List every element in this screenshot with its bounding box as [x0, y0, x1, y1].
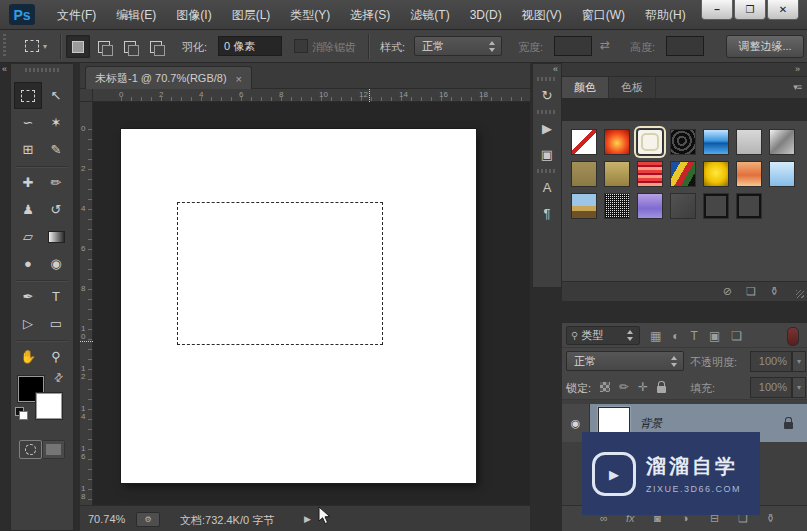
tab-swatches[interactable]: 色板: [609, 77, 656, 98]
new-style-icon[interactable]: ❏: [746, 286, 756, 297]
fill-dropdown-icon[interactable]: ▾: [792, 377, 806, 398]
style-landscape[interactable]: [571, 193, 597, 219]
style-noise[interactable]: [604, 193, 630, 219]
menu-item[interactable]: 图像(I): [166, 0, 221, 30]
shape-tool[interactable]: ▭: [42, 310, 70, 337]
swap-width-height-icon[interactable]: ⇄: [600, 38, 610, 52]
style-none[interactable]: [571, 129, 597, 155]
lasso-tool[interactable]: ∽: [14, 109, 42, 136]
clone-stamp-tool[interactable]: ♟: [14, 196, 42, 223]
lock-all-icon[interactable]: [657, 386, 666, 393]
document-canvas[interactable]: [121, 129, 476, 483]
horizontal-ruler[interactable]: 024681012141618: [93, 89, 530, 102]
filter-adjustment-layers-icon[interactable]: ◐: [672, 330, 679, 342]
style-gray-flat[interactable]: [736, 129, 762, 155]
style-yellow-glossy[interactable]: [703, 161, 729, 187]
history-panel-button[interactable]: ↻: [535, 83, 559, 107]
refine-edge-button[interactable]: 调整边缘...: [726, 35, 804, 58]
width-input[interactable]: [554, 36, 592, 56]
status-expand-icon[interactable]: ▶: [304, 514, 311, 524]
style-tan-gradient[interactable]: [604, 161, 630, 187]
new-selection-button[interactable]: [66, 35, 90, 58]
zoom-level-field[interactable]: 70.74%: [88, 513, 125, 525]
lock-transparency-icon[interactable]: [600, 382, 610, 392]
collapse-dock-icon[interactable]: «: [553, 64, 558, 74]
brush-tool[interactable]: ✏: [42, 169, 70, 196]
collapse-tools-icon[interactable]: «: [2, 64, 7, 74]
tab-color[interactable]: 颜色: [562, 77, 609, 98]
intersect-selection-button[interactable]: [144, 35, 168, 58]
quick-mask-button[interactable]: [19, 440, 42, 459]
type-tool[interactable]: T: [42, 283, 70, 310]
filter-shape-layers-icon[interactable]: ▣: [709, 330, 720, 342]
style-stroke-only-2[interactable]: [736, 193, 762, 219]
character-panel-button[interactable]: A: [535, 175, 559, 199]
delete-layer-icon[interactable]: ⚱: [766, 513, 775, 524]
style-dark-emboss[interactable]: [670, 193, 696, 219]
blend-mode-dropdown[interactable]: 正常: [566, 351, 684, 371]
panel-grip[interactable]: [25, 68, 59, 72]
style-blue-glossy[interactable]: [703, 129, 729, 155]
clear-style-icon[interactable]: ⊘: [723, 286, 732, 297]
spot-healing-brush-tool[interactable]: ✚: [14, 169, 42, 196]
style-multicolor[interactable]: [670, 161, 696, 187]
magic-wand-tool[interactable]: ✶: [42, 109, 70, 136]
eyedropper-tool[interactable]: ✎: [42, 136, 70, 163]
eraser-tool[interactable]: ▱: [14, 223, 42, 250]
filter-kind-dropdown[interactable]: ⚲ 类型: [566, 326, 640, 345]
minimize-button[interactable]: –: [701, 0, 733, 20]
style-white-rounded[interactable]: [637, 129, 663, 155]
menu-item[interactable]: 帮助(H): [635, 0, 696, 30]
menu-item[interactable]: 视图(V): [512, 0, 572, 30]
dodge-tool[interactable]: ◉: [42, 250, 70, 277]
eye-icon[interactable]: ◉: [571, 417, 581, 430]
subtract-from-selection-button[interactable]: [118, 35, 142, 58]
options-bar-grip[interactable]: [3, 34, 6, 58]
menu-item[interactable]: 类型(Y): [280, 0, 340, 30]
style-dropdown[interactable]: 正常: [414, 36, 502, 56]
antialias-checkbox[interactable]: [294, 39, 308, 53]
swap-colors-icon[interactable]: ⇄: [51, 370, 67, 386]
menu-item[interactable]: 图层(L): [222, 0, 281, 30]
tool-preset-picker[interactable]: ▾: [18, 34, 54, 58]
3d-panel-button[interactable]: ▣: [535, 142, 559, 166]
filter-type-layers-icon[interactable]: T: [691, 330, 698, 342]
filter-smart-objects-icon[interactable]: ❏: [731, 330, 742, 342]
menu-item[interactable]: 滤镜(T): [400, 0, 459, 30]
menu-item[interactable]: 窗口(W): [572, 0, 635, 30]
rectangular-marquee-tool[interactable]: [14, 82, 42, 109]
status-options-icon[interactable]: ⚙: [136, 512, 160, 527]
feather-input[interactable]: 0 像素: [218, 36, 282, 56]
vertical-ruler[interactable]: 024681012141618: [80, 102, 93, 505]
style-gray-sheen[interactable]: [769, 129, 795, 155]
history-brush-tool[interactable]: ↺: [42, 196, 70, 223]
style-black-rings[interactable]: [670, 129, 696, 155]
default-colors-icon[interactable]: [15, 407, 27, 419]
style-purple[interactable]: [637, 193, 663, 219]
style-orange-gradient[interactable]: [736, 161, 762, 187]
blur-tool[interactable]: ●: [14, 250, 42, 277]
filtering-toggle[interactable]: [787, 327, 799, 346]
tab-close-icon[interactable]: ×: [236, 73, 242, 85]
crop-tool[interactable]: ⊞: [14, 136, 42, 163]
style-olive-flat[interactable]: [571, 161, 597, 187]
add-to-selection-button[interactable]: [92, 35, 116, 58]
expand-panels-icon[interactable]: »: [795, 64, 800, 74]
paragraph-panel-button[interactable]: ¶: [535, 201, 559, 225]
maximize-button[interactable]: ❐: [734, 0, 766, 20]
gradient-tool[interactable]: [42, 223, 70, 250]
menu-item[interactable]: 编辑(E): [106, 0, 166, 30]
lock-image-icon[interactable]: ✏: [619, 381, 629, 393]
panel-menu-icon[interactable]: ▾≡: [793, 82, 801, 92]
opacity-value[interactable]: 100%: [750, 351, 792, 372]
screen-mode-button[interactable]: [42, 440, 65, 459]
canvas-viewport[interactable]: [93, 102, 530, 505]
zoom-tool[interactable]: ⚲: [42, 343, 70, 370]
resize-grip[interactable]: [796, 290, 804, 298]
opacity-dropdown-icon[interactable]: ▾: [792, 351, 806, 372]
delete-style-icon[interactable]: ⚱: [770, 286, 779, 297]
actions-panel-button[interactable]: ▶: [535, 116, 559, 140]
move-tool[interactable]: ↖: [42, 82, 70, 109]
close-button[interactable]: ✕: [767, 0, 799, 20]
filter-pixel-layers-icon[interactable]: ▦: [650, 330, 661, 342]
